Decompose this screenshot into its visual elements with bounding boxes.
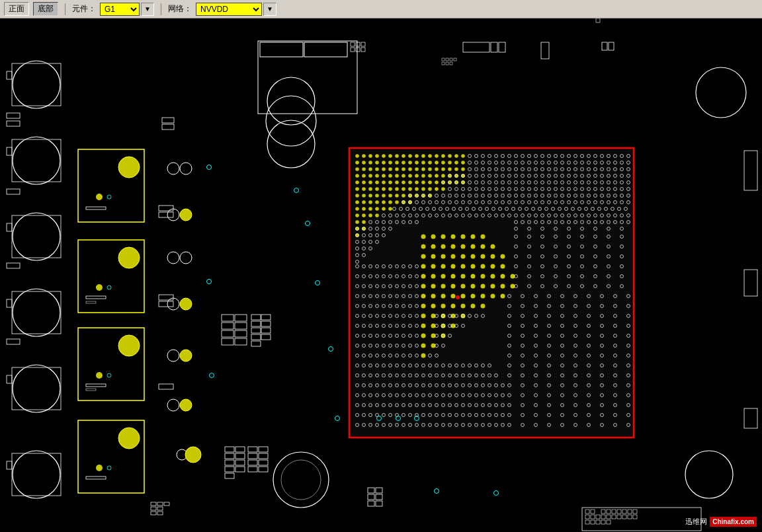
svg-point-319 [431,294,436,299]
svg-point-169 [355,167,359,171]
svg-point-173 [382,167,386,171]
svg-point-167 [454,161,458,165]
svg-point-213 [421,180,425,184]
svg-point-328 [431,304,436,309]
svg-point-168 [461,161,465,165]
divider-2 [161,3,161,15]
svg-point-225 [388,187,392,191]
component-select[interactable]: G1 [100,3,140,16]
svg-point-211 [408,180,412,184]
svg-point-247 [362,200,366,204]
svg-point-25 [118,157,140,178]
svg-point-172 [375,167,379,171]
svg-point-321 [451,294,456,299]
svg-point-282 [441,254,446,259]
svg-point-140 [388,154,392,158]
svg-point-275 [451,245,456,249]
network-select[interactable]: NVVDD [196,3,262,16]
svg-point-312 [461,284,466,289]
svg-point-137 [368,154,372,158]
svg-point-192 [395,174,399,178]
svg-point-182 [441,167,445,171]
svg-point-147 [435,154,439,158]
svg-point-325 [491,294,495,299]
svg-point-30 [118,247,140,268]
svg-point-239 [388,194,392,198]
svg-point-300 [441,274,446,279]
svg-point-252 [395,200,399,204]
svg-point-141 [395,154,399,158]
pcb-canvas[interactable]: // This won't run in SVG context inline,… [0,19,762,532]
svg-point-235 [362,194,366,198]
svg-point-207 [382,180,386,184]
svg-point-324 [481,294,486,299]
svg-point-146 [428,154,432,158]
svg-point-305 [491,274,495,279]
svg-point-236 [368,194,372,198]
svg-point-197 [428,174,432,178]
svg-point-176 [402,167,405,171]
svg-point-263 [368,213,372,217]
svg-point-309 [431,284,436,289]
svg-point-26 [96,194,103,200]
svg-point-156 [382,161,386,165]
svg-point-205 [368,180,372,184]
svg-point-284 [461,254,466,259]
svg-point-299 [431,274,436,279]
svg-point-228 [408,187,412,191]
svg-point-152 [355,161,359,165]
svg-point-315 [491,284,495,289]
svg-point-179 [421,167,425,171]
svg-point-246 [355,200,359,204]
svg-point-206 [375,180,379,184]
svg-point-318 [421,294,426,299]
svg-point-334 [421,314,426,319]
svg-point-251 [388,200,392,204]
svg-point-323 [471,294,476,299]
svg-point-181 [435,167,439,171]
svg-point-327 [421,304,426,309]
svg-point-189 [375,174,379,178]
svg-point-142 [402,154,405,158]
svg-point-310 [441,284,446,289]
svg-point-297 [501,264,505,269]
network-icon-btn[interactable]: ▼ [263,3,276,16]
svg-point-191 [388,174,392,178]
svg-point-42 [118,428,140,449]
svg-point-59 [185,447,201,463]
svg-point-261 [355,213,359,217]
svg-point-272 [421,245,426,249]
svg-point-268 [451,235,456,239]
svg-point-241 [402,194,405,198]
svg-point-269 [461,235,466,239]
svg-point-183 [448,167,452,171]
svg-point-185 [461,167,465,171]
svg-point-150 [454,154,458,158]
svg-point-161 [415,161,419,165]
svg-point-294 [471,264,476,269]
svg-point-332 [471,304,476,309]
svg-point-291 [441,264,446,269]
svg-point-222 [368,187,372,191]
component-icon-btn[interactable]: ▼ [141,3,154,16]
svg-point-271 [481,235,486,239]
svg-point-257 [368,207,372,211]
back-button[interactable]: 底部 [33,2,58,16]
face-button[interactable]: 正面 [4,2,29,16]
svg-point-237 [375,194,379,198]
svg-point-262 [362,213,366,217]
svg-point-209 [395,180,399,184]
svg-point-285 [471,254,476,259]
svg-point-36 [118,335,140,356]
svg-point-295 [481,264,486,269]
svg-point-190 [382,174,386,178]
svg-point-174 [388,167,392,171]
svg-point-320 [441,294,446,299]
svg-point-276 [461,245,466,249]
svg-point-143 [408,154,412,158]
svg-point-230 [421,187,425,191]
svg-point-273 [431,245,436,249]
svg-point-178 [415,167,419,171]
svg-point-158 [395,161,399,165]
component-select-wrapper: G1 ▼ [100,3,154,16]
